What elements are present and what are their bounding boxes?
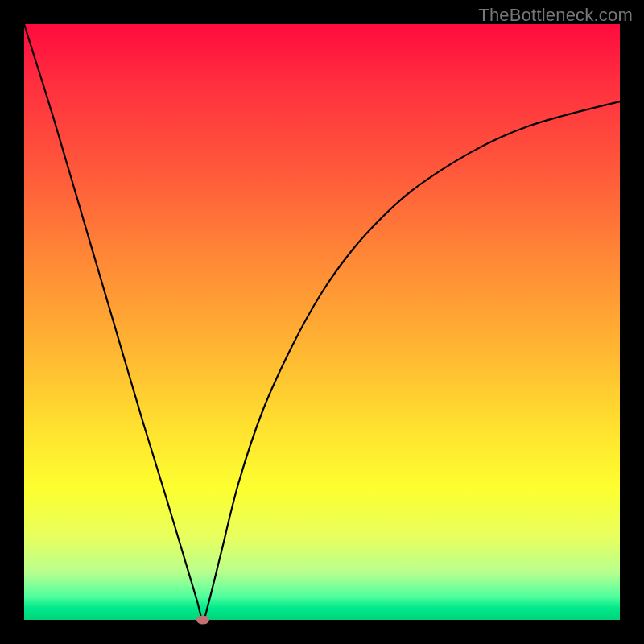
bottleneck-curve [24,24,620,620]
plot-area [24,24,620,620]
watermark-text: TheBottleneck.com [478,5,633,26]
chart-frame: TheBottleneck.com [0,0,644,644]
optimal-point-marker [196,616,209,625]
